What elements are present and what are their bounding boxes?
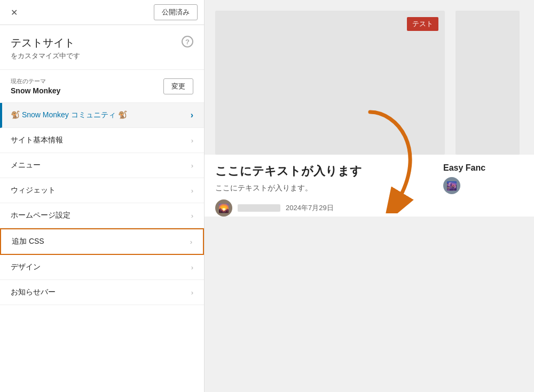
author-avatar: 🌄 xyxy=(215,199,232,217)
sidebar-item-community[interactable]: 🐒 Snow Monkey コミュニティ 🐒 › xyxy=(0,103,204,128)
sidebar-item-label-homepage: ホームページ設定 xyxy=(11,211,191,220)
chevron-right-icon: › xyxy=(191,263,193,271)
article-excerpt: ここにテキストが入ります。 xyxy=(215,183,433,193)
right-article-title: Easy Fanc xyxy=(443,163,523,173)
sidebar-item-widget[interactable]: ウィジェット › xyxy=(0,178,204,203)
published-button[interactable]: 公開済み xyxy=(154,4,198,20)
article-meta: 🌄 2024年7月29日 xyxy=(215,199,433,217)
theme-info: 現在のテーマ Snow Monkey xyxy=(11,77,60,95)
sidebar-item-menu[interactable]: メニュー › xyxy=(0,153,204,178)
site-title: テストサイト xyxy=(11,36,80,50)
left-article: ここにテキストが入ります ここにテキストが入ります。 🌄 2024年7月29日 xyxy=(215,155,433,217)
chevron-right-icon: › xyxy=(191,289,193,297)
chevron-right-icon: › xyxy=(191,162,193,170)
sidebar-item-label-menu: メニュー xyxy=(11,161,191,170)
theme-label: 現在のテーマ xyxy=(11,77,60,85)
author-name-placeholder xyxy=(238,204,280,212)
close-button[interactable]: ✕ xyxy=(6,5,22,20)
theme-name: Snow Monkey xyxy=(11,86,60,95)
sidebar-item-design[interactable]: デザイン › xyxy=(0,255,204,280)
right-article: Easy Fanc 🌆 xyxy=(443,155,523,217)
site-subtitle: をカスタマイズ中です xyxy=(11,51,80,61)
sidebar-item-label-design: デザイン xyxy=(11,262,191,272)
sidebar-item-notification[interactable]: お知らせバー › xyxy=(0,280,204,305)
preview-area: テスト ここにテキストが入ります ここにテキストが入ります。 🌄 2024年7月… xyxy=(205,0,534,392)
right-author-avatar: 🌆 xyxy=(443,177,460,194)
sidebar-item-label-notification: お知らせバー xyxy=(11,287,191,297)
chevron-right-icon: › xyxy=(190,238,192,246)
article-date: 2024年7月29日 xyxy=(286,203,334,213)
sidebar-item-label-additional-css: 追加 CSS xyxy=(12,237,190,246)
sidebar-item-additional-css[interactable]: 追加 CSS › xyxy=(0,228,204,255)
site-info-section: テストサイト をカスタマイズ中です ? xyxy=(0,25,204,70)
chevron-right-icon: › xyxy=(191,212,193,220)
preview-top-row: テスト xyxy=(205,0,534,155)
sidebar: ✕ 公開済み テストサイト をカスタマイズ中です ? 現在のテーマ Snow M… xyxy=(0,0,205,392)
article-title: ここにテキストが入ります xyxy=(215,163,433,179)
card-badge: テスト xyxy=(407,17,438,31)
sidebar-item-label-community: 🐒 Snow Monkey コミュニティ 🐒 xyxy=(11,110,191,120)
sidebar-item-label-widget: ウィジェット xyxy=(11,186,191,195)
article-card-2 xyxy=(456,11,520,155)
site-title-block: テストサイト をカスタマイズ中です xyxy=(11,36,80,61)
chevron-right-icon: › xyxy=(191,187,193,195)
theme-section: 現在のテーマ Snow Monkey 変更 xyxy=(0,70,204,103)
article-card-1: テスト xyxy=(215,11,445,155)
sidebar-item-homepage[interactable]: ホームページ設定 › xyxy=(0,203,204,228)
sidebar-nav: 🐒 Snow Monkey コミュニティ 🐒 › サイト基本情報 › メニュー … xyxy=(0,103,204,392)
help-icon[interactable]: ? xyxy=(182,36,193,47)
sidebar-item-label-site-basic: サイト基本情報 xyxy=(11,135,191,145)
sidebar-item-site-basic[interactable]: サイト基本情報 › xyxy=(0,128,204,153)
preview-bottom-row: ここにテキストが入ります ここにテキストが入ります。 🌄 2024年7月29日 … xyxy=(205,155,534,217)
chevron-right-icon: › xyxy=(191,110,193,120)
change-theme-button[interactable]: 変更 xyxy=(163,78,193,94)
chevron-right-icon: › xyxy=(191,137,193,145)
top-bar: ✕ 公開済み xyxy=(0,0,204,25)
